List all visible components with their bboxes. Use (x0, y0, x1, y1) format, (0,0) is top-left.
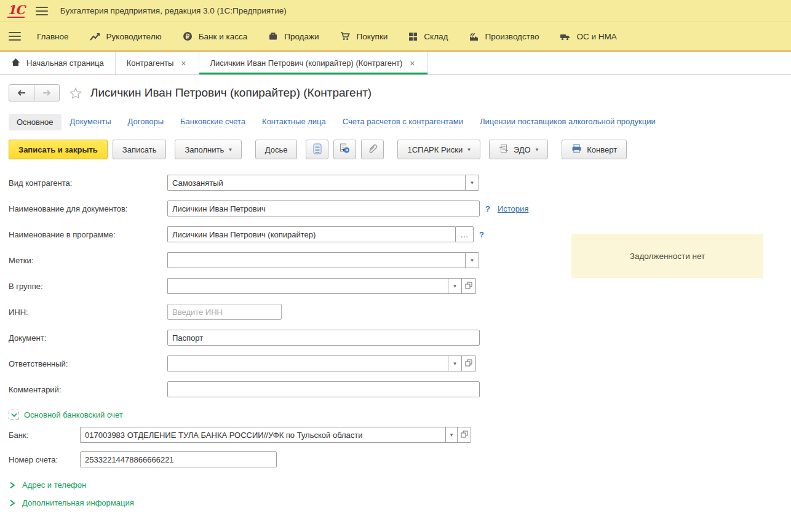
sections-menubar: Главное Руководителю ₽ Банк и касса Прод… (0, 22, 791, 52)
tags-dropdown-button[interactable]: ▾ (465, 252, 479, 268)
account-number-input[interactable] (80, 451, 277, 467)
button-label: ЭДО (514, 145, 531, 154)
document-input[interactable] (167, 330, 480, 346)
menu-item-os-i-nma[interactable]: ОС и НМА (560, 32, 616, 41)
navlink-scheta-raschetov[interactable]: Счета расчетов с контрагентами (343, 117, 463, 127)
menu-item-rukovoditelyu[interactable]: Руководителю (90, 32, 162, 41)
chevron-down-icon: ▾ (536, 146, 539, 153)
address-section-header[interactable]: Адрес и телефон (9, 480, 791, 490)
open-form-icon (461, 431, 468, 440)
tags-input[interactable] (167, 252, 465, 268)
chart-icon (90, 32, 100, 41)
paperclip-icon (367, 143, 378, 156)
field-row-doc-name: Наименование для документов: ? История (9, 196, 791, 221)
navlink-osnovnoe[interactable]: Основное (9, 114, 62, 130)
chevron-down-icon: ▾ (229, 146, 232, 153)
navlink-kontaktnye-litsa[interactable]: Контактные лица (262, 117, 326, 127)
printer-icon (571, 144, 582, 156)
group-open-button[interactable] (462, 278, 476, 294)
back-button[interactable] (9, 84, 34, 101)
tab-kontragenty[interactable]: Контрагенты × (116, 52, 199, 74)
menu-item-prodazhi[interactable]: Продажи (268, 31, 319, 41)
menu-item-bank-i-kassa[interactable]: ₽ Банк и касса (183, 31, 248, 41)
debt-status-notice: Задолженности нет (571, 234, 763, 278)
attachments-button[interactable] (361, 140, 384, 159)
bank-open-button[interactable] (458, 427, 471, 443)
navlink-litsenzii[interactable]: Лицензии поставщиков алкогольной продукц… (480, 117, 656, 127)
menu-item-pokupki[interactable]: Покупки (340, 31, 388, 41)
create-based-on-button[interactable] (333, 140, 356, 159)
bank-dropdown-button[interactable]: ▾ (445, 427, 458, 443)
open-form-icon (465, 282, 472, 291)
menu-label: Производство (485, 32, 539, 41)
field-label: Банк: (9, 431, 80, 440)
help-icon[interactable]: ? (485, 204, 490, 213)
bank-section-header[interactable]: Основной банковский счет (9, 410, 791, 420)
home-icon (11, 58, 20, 68)
group-input[interactable] (167, 278, 448, 294)
field-label: ИНН: (9, 308, 167, 317)
help-icon[interactable]: ? (479, 230, 484, 239)
close-icon[interactable]: × (408, 58, 416, 68)
doc-name-input[interactable] (167, 200, 480, 216)
field-label: Вид контрагента: (9, 178, 167, 188)
envelope-print-button[interactable]: Конверт (562, 140, 627, 159)
edo-dropdown-button[interactable]: ЭДО ▾ (489, 140, 548, 159)
menu-item-glavnoe[interactable]: Главное (37, 32, 69, 41)
bank-input[interactable] (80, 427, 445, 443)
dossier-card-button[interactable] (306, 140, 328, 159)
button-label: 1СПАРК Риски (407, 145, 463, 154)
responsible-dropdown-button[interactable]: ▾ (448, 355, 462, 371)
group-dropdown-button[interactable]: ▾ (448, 278, 462, 294)
field-row-comment: Комментарий: (9, 376, 791, 402)
save-button[interactable]: Записать (113, 140, 167, 159)
navlink-bankovskie-scheta[interactable]: Банковские счета (180, 117, 245, 127)
main-menu-icon[interactable] (36, 7, 48, 15)
sections-panel-icon[interactable] (9, 32, 21, 41)
collapse-chevron-down-icon[interactable] (9, 410, 19, 420)
ellipsis-button[interactable]: … (455, 226, 474, 242)
responsible-open-button[interactable] (462, 355, 476, 371)
field-label: Документ: (9, 333, 167, 343)
kind-input[interactable] (167, 175, 465, 191)
navlink-dokumenty[interactable]: Документы (70, 117, 111, 127)
tab-kontragent-lisichkin[interactable]: Лисичкин Иван Петрович (копирайтер) (Кон… (199, 52, 428, 74)
chevron-right-icon (9, 481, 16, 490)
menu-label: Склад (424, 32, 448, 41)
forward-button[interactable] (34, 84, 60, 101)
additional-info-section-header[interactable]: Дополнительная информация (9, 498, 791, 507)
menu-item-proizvodstvo[interactable]: Производство (469, 32, 539, 41)
ruble-circle-icon: ₽ (183, 31, 193, 41)
section-title: Адрес и телефон (22, 480, 86, 490)
1c-logo: 1С (7, 4, 25, 18)
tab-label: Начальная страница (26, 58, 104, 68)
prog-name-input[interactable] (167, 226, 455, 242)
app-title: Бухгалтерия предприятия, редакция 3.0 (1… (60, 6, 287, 15)
open-windows-tabbar: Начальная страница Контрагенты × Лисички… (0, 52, 791, 75)
field-row-responsible: Ответственный: ▾ (9, 351, 791, 376)
kind-dropdown-button[interactable]: ▾ (465, 175, 479, 191)
favorite-star-icon[interactable] (70, 87, 82, 99)
spark-risks-dropdown-button[interactable]: 1СПАРК Риски ▾ (397, 140, 480, 159)
fill-dropdown-button[interactable]: Заполнить ▾ (175, 140, 241, 159)
field-label: Номер счета: (9, 455, 80, 464)
history-link[interactable]: История (498, 204, 528, 213)
menu-item-sklad[interactable]: Склад (408, 32, 448, 41)
comment-input[interactable] (167, 381, 480, 397)
field-label: Ответственный: (9, 359, 167, 368)
close-icon[interactable]: × (180, 58, 187, 68)
page-title: Лисичкин Иван Петрович (копирайтер) (Кон… (90, 86, 372, 100)
tab-home[interactable]: Начальная страница (0, 52, 116, 74)
field-row-document: Документ: (9, 325, 791, 351)
edo-exchange-icon (499, 144, 509, 156)
navlink-dogovory[interactable]: Договоры (128, 117, 164, 127)
responsible-input[interactable] (167, 355, 448, 371)
inn-input[interactable] (167, 304, 282, 320)
save-and-close-button[interactable]: Записать и закрыть (9, 140, 108, 159)
ellipsis-icon: … (460, 230, 468, 239)
section-title: Дополнительная информация (22, 498, 134, 507)
field-label: Комментарий: (9, 385, 167, 394)
field-label: Метки: (9, 256, 167, 265)
truck-icon (560, 32, 570, 41)
dossier-button[interactable]: Досье (255, 140, 298, 159)
